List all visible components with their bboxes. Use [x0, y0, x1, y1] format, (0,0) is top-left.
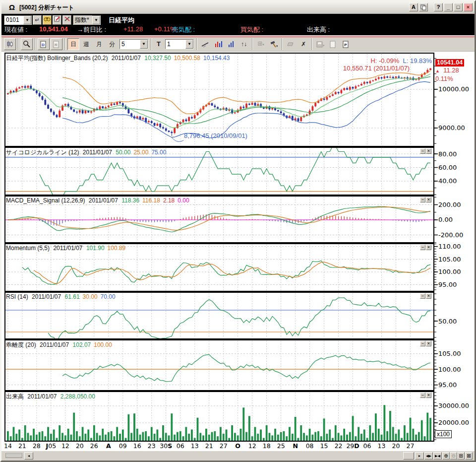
eraser-button[interactable]: [285, 38, 297, 50]
period-minute-button[interactable]: 分: [106, 38, 118, 50]
chevron-down-icon[interactable]: ▼: [185, 40, 193, 49]
svg-text:26: 26: [90, 442, 98, 450]
draw-off-button[interactable]: [62, 15, 71, 25]
period-week-button[interactable]: 週: [80, 38, 92, 50]
panel-minimize-button[interactable]: −: [420, 393, 425, 398]
category-select[interactable]: 指数* ▼: [73, 15, 101, 25]
indicator-value: 10,500.58: [174, 55, 200, 62]
panel-minimize-button[interactable]: −: [420, 197, 425, 202]
close-panel-button[interactable]: ⊠: [465, 452, 473, 460]
indicator-date: 2011/01/07: [40, 341, 69, 348]
close-button[interactable]: ×: [464, 3, 473, 11]
chart-area[interactable]: 10000.009000.0080.0060.0040.00200.000.00…: [1, 52, 475, 451]
panel-close-button[interactable]: ×: [426, 245, 431, 250]
print-preview-button[interactable]: [327, 38, 339, 50]
text-tool-button[interactable]: T: [154, 38, 164, 50]
instrument-name: 日経平均: [109, 16, 134, 25]
svg-text:50.00: 50.00: [438, 318, 457, 325]
scroll-track-button[interactable]: [403, 452, 414, 460]
line-width-select[interactable]: 1 ▼: [165, 39, 194, 49]
indicator-value: 50.00: [116, 149, 130, 156]
svg-text:100.00: 100.00: [438, 366, 461, 373]
indicator-value: 61.61: [65, 293, 80, 300]
svg-text:21: 21: [18, 442, 26, 450]
period-month-button[interactable]: 月: [93, 38, 105, 50]
chevron-down-icon[interactable]: ▼: [23, 16, 31, 24]
paste-chart-button[interactable]: R: [51, 38, 62, 50]
svg-text:20000.00: 20000.00: [438, 419, 469, 426]
chevron-down-icon[interactable]: ▼: [140, 40, 148, 49]
sort-updown-button[interactable]: ↑↓: [238, 38, 250, 50]
panel-close-button[interactable]: ×: [426, 293, 431, 299]
up-arrow-icon: ▲: [435, 68, 440, 73]
indicator-value: 118.36: [121, 197, 139, 204]
divider: [18, 38, 19, 50]
indicator-title: 乖離度 (20): [6, 341, 36, 348]
divider: [252, 38, 253, 50]
indicator-value: 2.18: [163, 197, 175, 204]
indicator-title: Momentum (5,5): [6, 245, 50, 252]
svg-text:25: 25: [277, 442, 285, 450]
period-low-annotation: 8,796.45 (2010/09/01): [184, 132, 247, 139]
panel-minimize-button[interactable]: −: [420, 148, 425, 154]
panel-close-button[interactable]: ×: [426, 341, 431, 346]
panel-header-rsi: RSI (14) 2011/01/07 61.6130.0070.00: [6, 293, 119, 300]
symbol-code-combo[interactable]: 0101 ▼: [4, 15, 32, 25]
svg-text:95.00: 95.00: [438, 381, 457, 389]
symbol-code-input[interactable]: 0101: [4, 16, 23, 24]
indicator-value: 100.00: [94, 341, 112, 348]
help-button[interactable]: ?: [434, 3, 443, 11]
bar-count-select[interactable]: 5 ▼: [119, 39, 148, 49]
save-button[interactable]: ▾: [314, 38, 326, 50]
panel-close-button[interactable]: ×: [426, 393, 431, 398]
trendline-button[interactable]: [199, 38, 211, 50]
panel-header-momentum: Momentum (5,5) 2011/01/07 101.90100.89: [6, 245, 128, 252]
print-button[interactable]: P: [340, 38, 352, 50]
scroll-right-button[interactable]: ▸: [415, 452, 424, 460]
maximize-button[interactable]: □: [454, 3, 463, 11]
annotation-a-button[interactable]: A: [409, 3, 418, 11]
volume-overlay-button[interactable]: [225, 38, 237, 50]
scroll-left-button[interactable]: ◂: [24, 452, 33, 460]
symbol-search-button[interactable]: [43, 15, 52, 25]
delete-drawing-button[interactable]: ✗: [298, 38, 309, 50]
panel-close-button[interactable]: ×: [426, 197, 431, 202]
panel-minimize-button[interactable]: −: [420, 293, 425, 299]
submit-code-button[interactable]: ↵: [33, 15, 42, 25]
zoom-in-button[interactable]: ⊕: [442, 452, 450, 460]
indicator-value: 10,327.50: [144, 55, 171, 62]
panel-header-kairi: 乖離度 (20) 2011/01/07 102.07100.00: [6, 341, 115, 349]
bar-count-value: 5: [120, 40, 140, 48]
zoom-out-button[interactable]: ⊖: [450, 452, 457, 460]
minimize-button[interactable]: _: [444, 3, 453, 11]
indicator-title: 日経平均(指数) Bollinger_Bands (20,2): [6, 55, 108, 62]
divider: [311, 38, 312, 50]
zoom-button[interactable]: [21, 38, 33, 50]
hammer-icon: ▾: [270, 41, 278, 48]
grid-layout-button[interactable]: ⊞▾: [255, 38, 267, 50]
panel-minimize-button[interactable]: −: [420, 341, 425, 346]
collapse-panels-button[interactable]: ▶◀: [433, 452, 442, 460]
svg-text:10000.00: 10000.00: [438, 85, 469, 93]
edit-memo-button[interactable]: [53, 15, 61, 25]
grid-view-button[interactable]: ⊞: [457, 452, 465, 460]
h-scroll-thumb[interactable]: [5, 453, 22, 458]
svg-text:80.00: 80.00: [438, 150, 457, 158]
eraser-icon: [287, 41, 295, 47]
chevron-down-icon[interactable]: ▼: [92, 16, 100, 24]
settings-tool-button[interactable]: ▾: [268, 38, 280, 50]
compare-chart-button[interactable]: [212, 38, 224, 50]
copy-window-button[interactable]: [419, 3, 428, 11]
copy-chart-button[interactable]: D: [38, 38, 50, 50]
svg-text:O: O: [235, 442, 240, 450]
panel-header-macd: MACD_EMA_Signal (12,26,9) 2011/01/07 118…: [6, 197, 192, 204]
svg-text:15: 15: [320, 442, 328, 450]
svg-text:-200.00: -200.00: [438, 231, 463, 239]
chart-type-button[interactable]: [4, 38, 16, 50]
app-icon: Ω: [7, 3, 16, 12]
panel-minimize-button[interactable]: −: [420, 245, 425, 250]
period-day-button[interactable]: 日: [67, 38, 79, 50]
expand-panels-button[interactable]: ◀▶: [424, 452, 433, 460]
svg-text:105.00: 105.00: [438, 350, 461, 357]
panel-close-button[interactable]: ×: [426, 148, 431, 154]
